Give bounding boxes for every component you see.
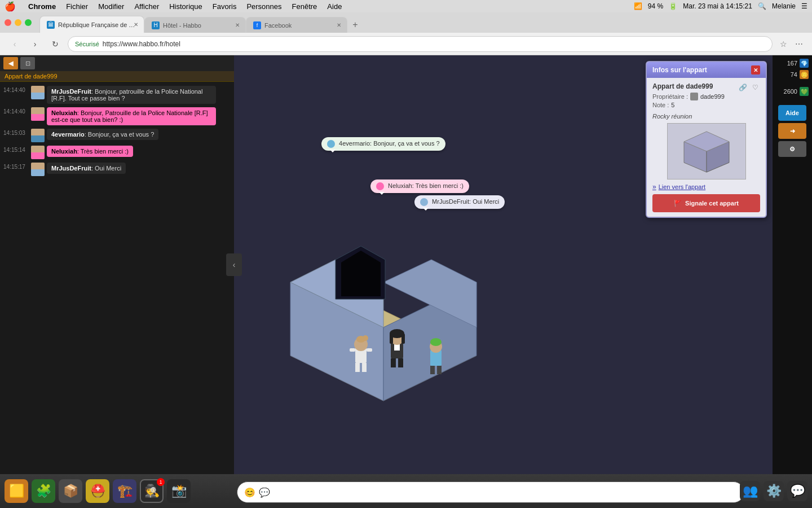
chat-emoji-icon[interactable]: 😊 [244, 487, 255, 498]
chat-sender: MrJusDeFruit [51, 88, 91, 95]
info-panel-title: Infos sur l'appart [652, 66, 707, 74]
bubble-text-neluxiah: Neluxiah: Très bien merci :) [388, 182, 464, 189]
tab-label-facebook: Facebook [264, 22, 292, 29]
bookmark-icon[interactable]: ☆ [777, 38, 789, 50]
minimize-window-btn[interactable] [15, 19, 21, 26]
chat-text-input[interactable] [273, 488, 737, 497]
tab-label-republique: République Française de Hab... [58, 21, 137, 28]
menubar-historique[interactable]: Historique [169, 2, 202, 11]
aide-btn[interactable]: Aide [778, 105, 806, 121]
menubar-fenetre[interactable]: Fenêtre [292, 2, 317, 11]
notification-text: Appart de dade999 [5, 73, 58, 80]
tab-facebook[interactable]: f Facebook ✕ [246, 17, 347, 33]
bubble-text-mrjus: MrJusDeFruit: Oui Merci [432, 198, 499, 205]
new-tab-button[interactable]: + [347, 17, 363, 33]
menubar-personnes[interactable]: Personnes [246, 2, 281, 11]
chat-minimize-btn[interactable]: ⊡ [20, 57, 35, 69]
menubar-afficher[interactable]: Afficher [134, 2, 159, 11]
diamond-count: 167 [787, 60, 797, 67]
chat-bubble: MrJusDeFruit: Bonjour, patrouille de la … [47, 86, 216, 104]
apple-menu[interactable]: 🍎 [5, 1, 16, 12]
taskbar-icon-1-img: 🟨 [9, 484, 24, 498]
share-icon[interactable]: 🔗 [738, 82, 748, 93]
taskbar-right-2[interactable]: ⚙️ [764, 481, 784, 501]
taskbar-right-1[interactable]: 👥 [740, 481, 760, 501]
speech-bubble-mrjus: MrJusDeFruit: Oui Merci [414, 195, 505, 209]
chat-bubble-icon[interactable]: 💬 [259, 487, 270, 498]
info-panel-close-btn[interactable]: ✕ [751, 65, 760, 75]
menubar-right: 📶 94 % 🔋 Mar. 23 mai à 14:15:21 🔍 Melani… [634, 2, 807, 10]
chat-bubble: MrJusDeFruit: Oui Merci [47, 163, 126, 174]
menubar-search-icon[interactable]: 🔍 [758, 2, 766, 10]
menubar-favoris[interactable]: Favoris [213, 2, 237, 11]
info-panel-body: Appart de dade999 Propriétaire : dade999… [647, 78, 766, 217]
chat-top-buttons: ◀ ⊡ [0, 55, 234, 71]
menubar-modifier[interactable]: Modifier [98, 2, 124, 11]
tab-favicon-hotel: H [152, 21, 160, 29]
menubar-datetime: Mar. 23 mai à 14:15:21 [683, 2, 752, 10]
taskbar-icon-3[interactable]: 📦 [59, 479, 82, 503]
taskbar-icon-1[interactable]: 🟨 [5, 479, 28, 503]
taskbar-icon-6-img: 🕵️ [144, 484, 160, 498]
menubar-aide[interactable]: Aide [327, 2, 342, 11]
chat-sender: Neluxiah [51, 148, 77, 155]
taskbar-icon-6[interactable]: 🕵️ 1 [140, 479, 164, 503]
chat-toggle-btn[interactable]: ◀ [3, 57, 18, 69]
taskbar-icon-2[interactable]: 🧩 [32, 479, 55, 503]
game-view: 4evermario: Bonjour, ça va et vous ? Nel… [234, 55, 812, 474]
favorite-icon[interactable]: ♡ [750, 82, 760, 93]
game-taskbar: 🟨 🧩 📦 ⛑️ 🏗️ 🕵️ 1 📸 😊 💬 👥 ⚙ [0, 474, 812, 508]
diamond-icon: 💎 [800, 59, 809, 68]
refresh-button[interactable]: ↻ [47, 36, 63, 52]
chat-message: 14:14:40 MrJusDeFruit: Bonjour, patrouil… [0, 84, 234, 106]
extensions-icon[interactable]: ⋯ [793, 38, 805, 50]
tab-close-facebook[interactable]: ✕ [334, 21, 343, 30]
svg-rect-14 [367, 348, 372, 352]
tab-favicon-facebook: f [253, 21, 261, 29]
close-window-btn[interactable] [5, 19, 11, 26]
chat-input-bar: 😊 💬 [237, 481, 744, 503]
svg-rect-19 [390, 334, 393, 344]
info-panel-room-name: Appart de dade999 [652, 82, 725, 90]
nav-btn[interactable]: ➜ [778, 123, 806, 139]
report-btn[interactable]: 🚩 Signale cet appart [652, 194, 760, 212]
back-button[interactable]: ‹ [7, 36, 23, 52]
settings-btn[interactable]: ⚙ [778, 141, 806, 157]
chat-sender: MrJusDeFruit [51, 165, 91, 172]
chat-avatar [31, 86, 45, 99]
svg-rect-27 [437, 366, 442, 374]
secure-label: Sécurisé [75, 41, 99, 47]
room-description: Rocky réunion [652, 113, 760, 120]
chat-avatar [31, 129, 45, 142]
report-btn-label: Signale cet appart [685, 200, 739, 207]
svg-rect-12 [362, 363, 367, 372]
scroll-arrow[interactable]: ‹ [226, 253, 242, 276]
link-arrow-icon: » [652, 183, 656, 191]
tab-republique[interactable]: 🏛 République Française de Hab... ✕ [39, 16, 144, 33]
menubar-fichier[interactable]: Fichier [66, 2, 88, 11]
taskbar-icon-4[interactable]: ⛑️ [86, 479, 109, 503]
tab-hotel[interactable]: H Hôtel - Habbo ✕ [144, 17, 246, 33]
chat-message: 14:15:03 4evermario: Bonjour, ça va et v… [0, 127, 234, 144]
room-link-row[interactable]: » Lien vers l'appart [652, 183, 760, 191]
room-preview [667, 123, 746, 179]
svg-rect-13 [350, 348, 355, 352]
menubar-chrome[interactable]: Chrome [28, 2, 56, 11]
bubble-text-4evermario: 4evermario: Bonjour, ça va et vous ? [339, 140, 440, 147]
notification-badge: 1 [157, 478, 165, 486]
info-panel-note-row: Note : 5 [652, 102, 725, 108]
url-bar[interactable]: Sécurisé https://www.habbo.fr/hotel [68, 36, 773, 52]
taskbar-icon-7[interactable]: 📸 [167, 479, 191, 503]
tab-close-hotel[interactable]: ✕ [233, 21, 242, 30]
note-label: Note : [652, 102, 669, 108]
taskbar-right-3[interactable]: 💬 [787, 481, 807, 501]
menubar-menu-icon[interactable]: ☰ [801, 2, 807, 10]
svg-rect-21 [391, 358, 396, 367]
tab-close-republique[interactable]: ✕ [131, 20, 140, 29]
forward-button[interactable]: › [27, 36, 43, 52]
maximize-window-btn[interactable] [25, 19, 32, 26]
menubar-wifi-icon[interactable]: 📶 [634, 2, 642, 10]
taskbar-icon-5[interactable]: 🏗️ [113, 479, 136, 503]
chat-avatar [31, 163, 45, 176]
flag-icon: 🚩 [674, 200, 682, 207]
